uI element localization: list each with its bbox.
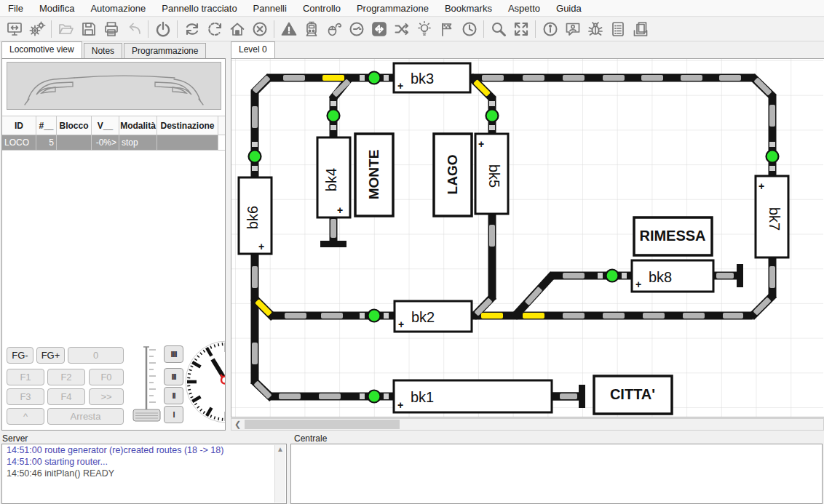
block-bk5[interactable]: bk5 + — [475, 134, 508, 214]
block-bk8[interactable]: + bk8 — [632, 260, 713, 292]
log-line: 14:50:46 initPlan() READY — [2, 468, 286, 479]
power-icon[interactable] — [151, 19, 174, 39]
block-bk6[interactable]: bk6 + — [239, 177, 272, 254]
cancel-icon[interactable] — [248, 19, 271, 39]
menu-automazione[interactable]: Automazione — [82, 1, 154, 15]
track-plan-canvas[interactable]: + bk3 + bk1 + bk2 + bk8 — [231, 58, 824, 417]
f4-button[interactable]: F4 — [47, 388, 85, 405]
sensor-middle[interactable] — [368, 310, 381, 322]
f1-button[interactable]: F1 — [7, 369, 44, 385]
col-modalita[interactable]: Modalità — [119, 116, 157, 135]
fg-minus-button[interactable]: FG- — [7, 347, 33, 364]
arresta-button[interactable]: Arresta — [47, 408, 124, 425]
block-bk4[interactable]: bk4 + — [317, 137, 350, 217]
sensor-top[interactable] — [368, 72, 381, 84]
block-label: bk8 — [649, 269, 672, 285]
properties-gears-icon[interactable] — [25, 19, 48, 39]
zoom-icon[interactable] — [487, 19, 510, 39]
undo-icon[interactable] — [122, 19, 145, 39]
locomotive-icon[interactable] — [300, 19, 322, 39]
save-icon[interactable] — [77, 19, 100, 39]
svg-text:+: + — [258, 241, 264, 252]
text-label-rimessa: RIMESSA — [634, 217, 712, 255]
block-bk1[interactable]: + bk1 — [394, 380, 552, 412]
menu-controllo[interactable]: Controllo — [295, 1, 349, 15]
col-destinazione[interactable]: Destinazione — [157, 116, 218, 135]
lamp-icon[interactable] — [413, 19, 435, 39]
central-log[interactable] — [290, 444, 823, 504]
server-connection-icon[interactable] — [3, 19, 25, 39]
mouse-control-icon[interactable] — [322, 19, 345, 39]
menu-bookmarks[interactable]: Bookmarks — [437, 1, 500, 15]
fullscreen-icon[interactable] — [510, 19, 532, 39]
cell-destinazione — [157, 135, 218, 151]
block-bk3[interactable]: + bk3 — [394, 63, 470, 92]
refresh-icon[interactable] — [181, 19, 203, 39]
server-messages-icon[interactable] — [606, 19, 629, 39]
menu-programmazione[interactable]: Programmazione — [349, 1, 437, 15]
reset-rotate-icon[interactable] — [203, 19, 226, 39]
scrollbar-thumb[interactable] — [245, 420, 400, 429]
menu-modifica[interactable]: Modifica — [31, 1, 82, 15]
bug-report-icon[interactable] — [584, 19, 606, 39]
menu-file[interactable]: File — [0, 1, 31, 15]
tab-locomotive-view[interactable]: Locomotive view — [1, 41, 82, 58]
plan-tabs: Level 0 — [231, 42, 277, 58]
speed-step-2-button[interactable]: II — [164, 387, 183, 404]
zero-button[interactable]: 0 — [68, 347, 124, 364]
print-icon[interactable] — [100, 19, 122, 39]
col-v[interactable]: V__ — [92, 116, 119, 135]
sensor-bottom[interactable] — [368, 391, 381, 403]
menu-pannello-tracciato[interactable]: Pannello tracciato — [154, 1, 245, 15]
direction-button[interactable]: ^ — [7, 408, 44, 425]
table-row-loco[interactable]: LOCO 5 -0%> stop — [2, 135, 225, 151]
switches-icon[interactable] — [390, 19, 413, 39]
tab-level-0[interactable]: Level 0 — [231, 41, 275, 58]
open-workspace-icon[interactable] — [55, 19, 77, 39]
f3-button[interactable]: F3 — [7, 388, 44, 405]
sensor-bk4[interactable] — [328, 110, 340, 122]
sensor-bk5[interactable] — [486, 110, 499, 122]
locomotive-image — [7, 62, 221, 110]
info-icon[interactable] — [539, 19, 561, 39]
f0-button[interactable]: F0 — [89, 369, 124, 385]
menu-aspetto[interactable]: Aspetto — [500, 1, 548, 15]
fast-clock-icon[interactable] — [458, 19, 480, 39]
speed-step-3-button[interactable]: III — [164, 368, 183, 385]
col-id[interactable]: ID — [2, 116, 36, 135]
fg-plus-button[interactable]: FG+ — [36, 347, 65, 364]
home-icon[interactable] — [226, 19, 248, 39]
tab-notes[interactable]: Notes — [84, 43, 122, 58]
sensor-bk8[interactable] — [606, 270, 619, 282]
plan-horizontal-scrollbar[interactable]: ❮ — [231, 418, 824, 431]
sensor-bk6[interactable] — [249, 151, 261, 163]
finish-flag-icon[interactable] — [435, 19, 458, 39]
speed-step-4-button[interactable]: IIII — [164, 345, 183, 363]
col-blocco[interactable]: Blocco — [57, 116, 92, 135]
server-log[interactable]: 14:51:00 route generator (re)created rou… — [1, 444, 287, 504]
server-log-scrollbar[interactable]: ▲ — [274, 445, 285, 503]
copy-icon[interactable] — [629, 19, 651, 39]
sensor-bk7[interactable] — [766, 151, 779, 163]
cell-blocco — [57, 135, 92, 151]
block-bk2[interactable]: + bk2 — [395, 301, 472, 332]
throttle-slider[interactable] — [127, 341, 162, 430]
tab-programmazione[interactable]: Programmazione — [124, 43, 206, 58]
locomotive-panel: ID #__ Blocco V__ Modalità Destinazione … — [1, 58, 226, 431]
f2-button[interactable]: F2 — [47, 369, 85, 385]
col-number[interactable]: #__ — [36, 116, 57, 135]
table-header-row: ID #__ Blocco V__ Modalità Destinazione — [2, 116, 225, 135]
menu-guida[interactable]: Guida — [548, 1, 590, 15]
routes-icon[interactable] — [368, 19, 390, 39]
locomotive-sketch — [7, 63, 221, 109]
log-line: 14:51:00 starting router... — [2, 456, 286, 468]
speed-gauge-icon[interactable] — [345, 19, 368, 39]
block-bk7[interactable]: bk7 + — [756, 176, 788, 257]
menu-pannelli[interactable]: Pannelli — [245, 1, 295, 15]
feedback-icon[interactable] — [561, 19, 584, 39]
warning-icon[interactable] — [277, 19, 300, 39]
speed-step-1-button[interactable]: I — [164, 406, 183, 423]
more-functions-button[interactable]: >> — [89, 388, 124, 405]
scroll-left-arrow[interactable]: ❮ — [231, 419, 244, 430]
slider-thumb[interactable] — [133, 409, 160, 421]
